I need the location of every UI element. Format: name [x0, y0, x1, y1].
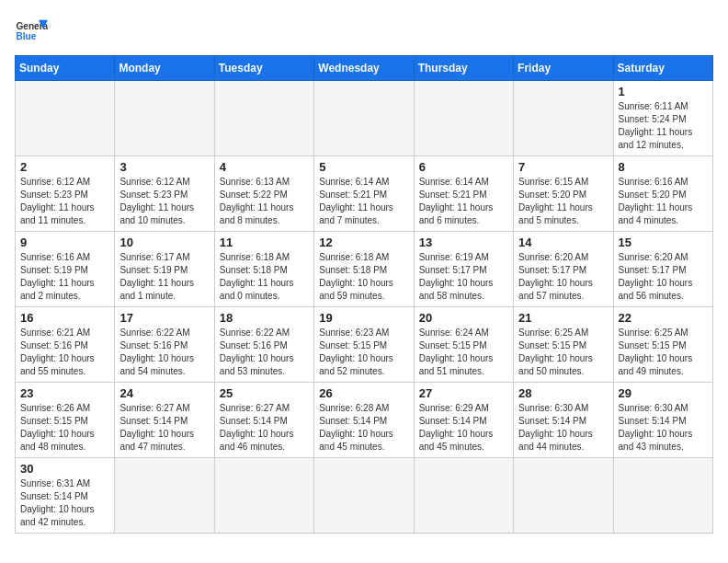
day-info: Sunrise: 6:24 AM Sunset: 5:15 PM Dayligh… [419, 327, 508, 378]
day-info: Sunrise: 6:12 AM Sunset: 5:23 PM Dayligh… [119, 176, 209, 227]
day-info: Sunrise: 6:18 AM Sunset: 5:18 PM Dayligh… [319, 251, 408, 303]
day-info: Sunrise: 6:31 AM Sunset: 5:14 PM Dayligh… [20, 477, 109, 529]
calendar-cell: 11Sunrise: 6:18 AM Sunset: 5:18 PM Dayli… [214, 232, 313, 307]
day-number: 9 [20, 236, 109, 249]
day-info: Sunrise: 6:25 AM Sunset: 5:15 PM Dayligh… [619, 327, 708, 378]
calendar-cell: 25Sunrise: 6:27 AM Sunset: 5:14 PM Dayli… [214, 383, 313, 458]
calendar-cell [514, 458, 613, 534]
day-header-saturday: Saturday [613, 56, 712, 81]
day-number: 15 [619, 236, 708, 249]
day-number: 14 [518, 236, 608, 249]
day-number: 26 [319, 386, 408, 400]
day-info: Sunrise: 6:16 AM Sunset: 5:19 PM Dayligh… [20, 251, 109, 303]
day-info: Sunrise: 6:26 AM Sunset: 5:15 PM Dayligh… [20, 402, 109, 454]
day-info: Sunrise: 6:22 AM Sunset: 5:16 PM Dayligh… [119, 327, 209, 378]
calendar-cell: 22Sunrise: 6:25 AM Sunset: 5:15 PM Dayli… [613, 307, 712, 383]
calendar-cell [115, 81, 214, 156]
calendar-cell [115, 458, 214, 534]
day-info: Sunrise: 6:23 AM Sunset: 5:15 PM Dayligh… [319, 327, 408, 378]
day-info: Sunrise: 6:28 AM Sunset: 5:14 PM Dayligh… [319, 402, 408, 454]
calendar-cell: 6Sunrise: 6:14 AM Sunset: 5:21 PM Daylig… [414, 156, 513, 232]
day-number: 12 [319, 236, 408, 249]
calendar-cell: 15Sunrise: 6:20 AM Sunset: 5:17 PM Dayli… [613, 232, 712, 307]
day-info: Sunrise: 6:15 AM Sunset: 5:20 PM Dayligh… [518, 176, 608, 227]
calendar-cell: 20Sunrise: 6:24 AM Sunset: 5:15 PM Dayli… [414, 307, 513, 383]
calendar-week-5: 30Sunrise: 6:31 AM Sunset: 5:14 PM Dayli… [16, 458, 713, 534]
calendar-week-1: 2Sunrise: 6:12 AM Sunset: 5:23 PM Daylig… [16, 156, 713, 232]
day-info: Sunrise: 6:14 AM Sunset: 5:21 PM Dayligh… [419, 176, 508, 227]
calendar-cell: 1Sunrise: 6:11 AM Sunset: 5:24 PM Daylig… [613, 81, 712, 156]
day-number: 18 [220, 311, 309, 325]
day-number: 3 [119, 160, 209, 174]
calendar-cell: 21Sunrise: 6:25 AM Sunset: 5:15 PM Dayli… [514, 307, 613, 383]
logo-icon: General Blue [15, 15, 48, 48]
calendar-cell: 4Sunrise: 6:13 AM Sunset: 5:22 PM Daylig… [214, 156, 313, 232]
day-number: 10 [119, 236, 209, 249]
day-info: Sunrise: 6:21 AM Sunset: 5:16 PM Dayligh… [20, 327, 109, 378]
day-header-sunday: Sunday [16, 56, 115, 81]
day-number: 29 [619, 386, 708, 400]
day-number: 16 [20, 311, 109, 325]
calendar-cell: 30Sunrise: 6:31 AM Sunset: 5:14 PM Dayli… [16, 458, 115, 534]
day-number: 22 [619, 311, 708, 325]
day-info: Sunrise: 6:30 AM Sunset: 5:14 PM Dayligh… [619, 402, 708, 454]
day-number: 8 [619, 160, 708, 174]
day-info: Sunrise: 6:22 AM Sunset: 5:16 PM Dayligh… [220, 327, 309, 378]
calendar-cell: 7Sunrise: 6:15 AM Sunset: 5:20 PM Daylig… [514, 156, 613, 232]
day-number: 23 [20, 386, 109, 400]
day-number: 1 [619, 85, 708, 98]
calendar-cell: 17Sunrise: 6:22 AM Sunset: 5:16 PM Dayli… [115, 307, 214, 383]
calendar-header-row: SundayMondayTuesdayWednesdayThursdayFrid… [16, 56, 713, 81]
day-info: Sunrise: 6:17 AM Sunset: 5:19 PM Dayligh… [119, 251, 209, 303]
calendar-week-0: 1Sunrise: 6:11 AM Sunset: 5:24 PM Daylig… [16, 81, 713, 156]
calendar-cell: 9Sunrise: 6:16 AM Sunset: 5:19 PM Daylig… [16, 232, 115, 307]
day-number: 19 [319, 311, 408, 325]
day-header-tuesday: Tuesday [214, 56, 313, 81]
day-info: Sunrise: 6:18 AM Sunset: 5:18 PM Dayligh… [220, 251, 309, 303]
day-info: Sunrise: 6:29 AM Sunset: 5:14 PM Dayligh… [419, 402, 508, 454]
calendar-cell [613, 458, 712, 534]
calendar-cell: 28Sunrise: 6:30 AM Sunset: 5:14 PM Dayli… [514, 383, 613, 458]
calendar-cell: 5Sunrise: 6:14 AM Sunset: 5:21 PM Daylig… [314, 156, 414, 232]
day-number: 7 [518, 160, 608, 174]
day-info: Sunrise: 6:16 AM Sunset: 5:20 PM Dayligh… [619, 176, 708, 227]
day-info: Sunrise: 6:27 AM Sunset: 5:14 PM Dayligh… [220, 402, 309, 454]
calendar-cell: 3Sunrise: 6:12 AM Sunset: 5:23 PM Daylig… [115, 156, 214, 232]
day-info: Sunrise: 6:20 AM Sunset: 5:17 PM Dayligh… [518, 251, 608, 303]
day-number: 21 [518, 311, 608, 325]
calendar-cell [214, 81, 313, 156]
calendar-cell: 8Sunrise: 6:16 AM Sunset: 5:20 PM Daylig… [613, 156, 712, 232]
day-number: 20 [419, 311, 508, 325]
day-info: Sunrise: 6:12 AM Sunset: 5:23 PM Dayligh… [20, 176, 109, 227]
day-info: Sunrise: 6:30 AM Sunset: 5:14 PM Dayligh… [518, 402, 608, 454]
calendar-cell: 18Sunrise: 6:22 AM Sunset: 5:16 PM Dayli… [214, 307, 313, 383]
day-header-friday: Friday [514, 56, 613, 81]
day-info: Sunrise: 6:27 AM Sunset: 5:14 PM Dayligh… [119, 402, 209, 454]
svg-text:Blue: Blue [16, 31, 36, 41]
calendar-cell: 10Sunrise: 6:17 AM Sunset: 5:19 PM Dayli… [115, 232, 214, 307]
day-number: 25 [220, 386, 309, 400]
day-number: 17 [119, 311, 209, 325]
page-header: General Blue [15, 15, 713, 48]
day-number: 28 [518, 386, 608, 400]
day-header-monday: Monday [115, 56, 214, 81]
calendar: SundayMondayTuesdayWednesdayThursdayFrid… [15, 55, 713, 534]
calendar-week-2: 9Sunrise: 6:16 AM Sunset: 5:19 PM Daylig… [16, 232, 713, 307]
day-info: Sunrise: 6:19 AM Sunset: 5:17 PM Dayligh… [419, 251, 508, 303]
calendar-cell [514, 81, 613, 156]
calendar-cell [314, 81, 414, 156]
logo: General Blue [15, 15, 48, 48]
day-info: Sunrise: 6:11 AM Sunset: 5:24 PM Dayligh… [619, 100, 708, 152]
calendar-cell: 26Sunrise: 6:28 AM Sunset: 5:14 PM Dayli… [314, 383, 414, 458]
day-header-wednesday: Wednesday [314, 56, 414, 81]
day-info: Sunrise: 6:13 AM Sunset: 5:22 PM Dayligh… [220, 176, 309, 227]
calendar-cell [16, 81, 115, 156]
day-number: 4 [220, 160, 309, 174]
calendar-week-3: 16Sunrise: 6:21 AM Sunset: 5:16 PM Dayli… [16, 307, 713, 383]
calendar-cell: 2Sunrise: 6:12 AM Sunset: 5:23 PM Daylig… [16, 156, 115, 232]
day-number: 2 [20, 160, 109, 174]
day-header-thursday: Thursday [414, 56, 513, 81]
day-info: Sunrise: 6:25 AM Sunset: 5:15 PM Dayligh… [518, 327, 608, 378]
calendar-cell [314, 458, 414, 534]
day-number: 11 [220, 236, 309, 249]
